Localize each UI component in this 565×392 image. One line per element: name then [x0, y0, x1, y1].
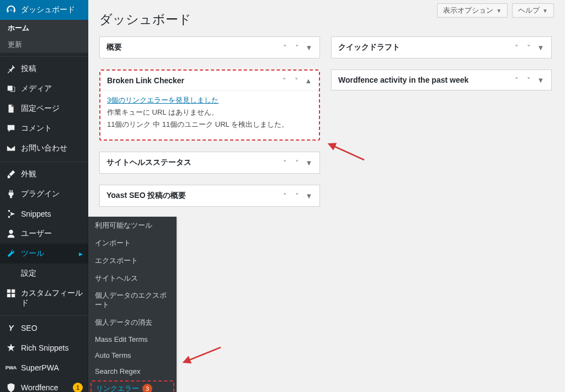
move-down-icon[interactable]: ˅: [525, 44, 532, 52]
menu-rich-snippets[interactable]: Rich Snippets: [0, 338, 88, 358]
toggle-icon[interactable]: ▼: [305, 159, 313, 167]
move-down-icon[interactable]: ˅: [293, 159, 301, 167]
metabox-header[interactable]: クイックドラフト ˄ ˅ ▼: [332, 37, 551, 58]
svg-rect-1: [12, 289, 15, 293]
flyout-export-personal[interactable]: 個人データのエクスポート: [88, 287, 177, 314]
move-down-icon[interactable]: ˅: [525, 76, 532, 84]
move-down-icon[interactable]: ˅: [293, 44, 301, 52]
menu-label: Wordfence: [21, 383, 71, 392]
right-column: クイックドラフト ˄ ˅ ▼ Wordfence activity in the…: [331, 36, 552, 218]
dashboard-submenu: ホーム 更新: [0, 20, 88, 53]
menu-label: ユーザー: [21, 229, 83, 239]
svg-line-5: [184, 347, 221, 362]
metabox-quick-draft: クイックドラフト ˄ ˅ ▼: [331, 36, 552, 58]
flyout-erase-personal[interactable]: 個人データの消去: [88, 314, 177, 331]
menu-dashboard[interactable]: ダッシュボード: [0, 0, 88, 20]
left-column: 概要 ˄ ˅ ▼ Broken Link Checker ˄ ˅ ▲: [99, 36, 320, 218]
brush-icon: [6, 169, 17, 180]
move-down-icon[interactable]: ˅: [293, 192, 301, 200]
flyout-site-health[interactable]: サイトヘルス: [88, 270, 177, 287]
menu-users[interactable]: ユーザー: [0, 224, 88, 244]
top-buttons: 表示オプション▼ ヘルプ▼: [437, 3, 554, 18]
metabox-header[interactable]: Wordfence activity in the past week ˄ ˅ …: [332, 70, 551, 90]
menu-label: ダッシュボード: [21, 5, 83, 15]
svg-rect-2: [7, 294, 10, 297]
move-up-icon[interactable]: ˄: [281, 44, 289, 52]
screen-options-label: 表示オプション: [443, 6, 493, 15]
metabox-overview: 概要 ˄ ˅ ▼: [99, 36, 320, 58]
metabox-title: Wordfence activity in the past week: [338, 76, 513, 84]
link-errors-link[interactable]: 3個のリンクエラーを発見しました: [107, 96, 218, 104]
move-up-icon[interactable]: ˄: [280, 77, 288, 85]
toggle-icon[interactable]: ▲: [305, 77, 312, 85]
flyout-auto-terms[interactable]: Auto Terms: [88, 347, 177, 363]
submenu-update[interactable]: 更新: [0, 36, 88, 53]
metabox-controls: ˄ ˅ ▼: [281, 192, 313, 200]
menu-custom-fields[interactable]: カスタムフィールド: [0, 283, 88, 312]
metabox-title: 概要: [106, 42, 281, 52]
menu-snippets[interactable]: Snippets: [0, 204, 88, 224]
toggle-icon[interactable]: ▼: [537, 76, 545, 84]
pwa-icon: PWA: [6, 362, 17, 373]
user-icon: [6, 228, 17, 239]
badge-count: 1: [73, 383, 83, 392]
move-up-icon[interactable]: ˄: [513, 44, 520, 52]
move-up-icon[interactable]: ˄: [513, 76, 520, 84]
menu-plugins[interactable]: プラグイン: [0, 184, 88, 204]
toggle-icon[interactable]: ▼: [305, 192, 313, 200]
metabox-controls: ˄ ˅ ▲: [280, 77, 312, 85]
menu-media[interactable]: メディア: [0, 79, 88, 99]
menu-tools[interactable]: ツール▸: [0, 244, 88, 264]
menu-label: プラグイン: [21, 189, 83, 199]
flyout-export[interactable]: エクスポート: [88, 252, 177, 270]
star-icon: [6, 342, 17, 353]
metabox-header[interactable]: Broken Link Checker ˄ ˅ ▲: [100, 71, 319, 91]
menu-label: メディア: [21, 84, 83, 94]
shield-icon: [6, 382, 17, 392]
metabox-header[interactable]: 概要 ˄ ˅ ▼: [100, 37, 319, 58]
move-up-icon[interactable]: ˄: [281, 159, 289, 167]
flyout-indicator: ▸: [79, 249, 83, 258]
menu-appearance[interactable]: 外観: [0, 164, 88, 184]
move-down-icon[interactable]: ˅: [292, 77, 300, 85]
metabox-title: Yoast SEO 投稿の概要: [106, 191, 281, 201]
move-up-icon[interactable]: ˄: [281, 192, 289, 200]
menu-label: 設定: [21, 269, 83, 278]
metabox-header[interactable]: Yoast SEO 投稿の概要 ˄ ˅ ▼: [100, 185, 319, 206]
menu-label: お問い合わせ: [21, 143, 83, 153]
menu-label: Snippets: [21, 210, 83, 218]
menu-pages[interactable]: 固定ページ: [0, 99, 88, 119]
menu-comments[interactable]: コメント: [0, 119, 88, 138]
menu-seo[interactable]: YSEO: [0, 318, 88, 338]
menu-settings[interactable]: 設定: [0, 264, 88, 283]
flyout-mass-edit[interactable]: Mass Edit Terms: [88, 331, 177, 347]
menu-label: 外観: [21, 169, 83, 179]
help-button[interactable]: ヘルプ▼: [512, 3, 554, 18]
metabox-yoast: Yoast SEO 投稿の概要 ˄ ˅ ▼: [99, 185, 320, 207]
menu-label: Rich Snippets: [21, 343, 83, 352]
flyout-search-regex[interactable]: Search Regex: [88, 363, 177, 379]
main-content: 表示オプション▼ ヘルプ▼ ダッシュボード 概要 ˄ ˅ ▼ Broken Li…: [88, 0, 565, 229]
sliders-icon: [6, 268, 17, 279]
flyout-import[interactable]: インポート: [88, 234, 177, 252]
menu-superpwa[interactable]: PWASuperPWA: [0, 358, 88, 378]
submenu-home[interactable]: ホーム: [0, 20, 88, 36]
metabox-header[interactable]: サイトヘルスステータス ˄ ˅ ▼: [100, 152, 319, 173]
chevron-down-icon: ▼: [542, 8, 548, 14]
menu-wordfence[interactable]: Wordfence1: [0, 378, 88, 392]
menu-label: SEO: [21, 324, 83, 332]
flyout-link-errors-highlighted[interactable]: リンクエラー 3: [90, 380, 174, 392]
menu-label: コメント: [21, 123, 83, 133]
link-count-text: 11個のリンク 中 11個のユニーク URL を検出しました。: [107, 120, 289, 128]
metabox-wordfence-activity: Wordfence activity in the past week ˄ ˅ …: [331, 69, 552, 90]
annotation-arrow-2: [179, 345, 223, 369]
menu-contact[interactable]: お問い合わせ: [0, 138, 88, 158]
help-label: ヘルプ: [518, 6, 540, 15]
toggle-icon[interactable]: ▼: [537, 44, 545, 52]
badge-count: 3: [142, 384, 152, 392]
dashboard-columns: 概要 ˄ ˅ ▼ Broken Link Checker ˄ ˅ ▲: [99, 36, 554, 218]
toggle-icon[interactable]: ▼: [305, 44, 313, 52]
screen-options-button[interactable]: 表示オプション▼: [437, 3, 508, 18]
menu-label: ツール: [21, 249, 79, 259]
menu-posts[interactable]: 投稿: [0, 59, 88, 79]
